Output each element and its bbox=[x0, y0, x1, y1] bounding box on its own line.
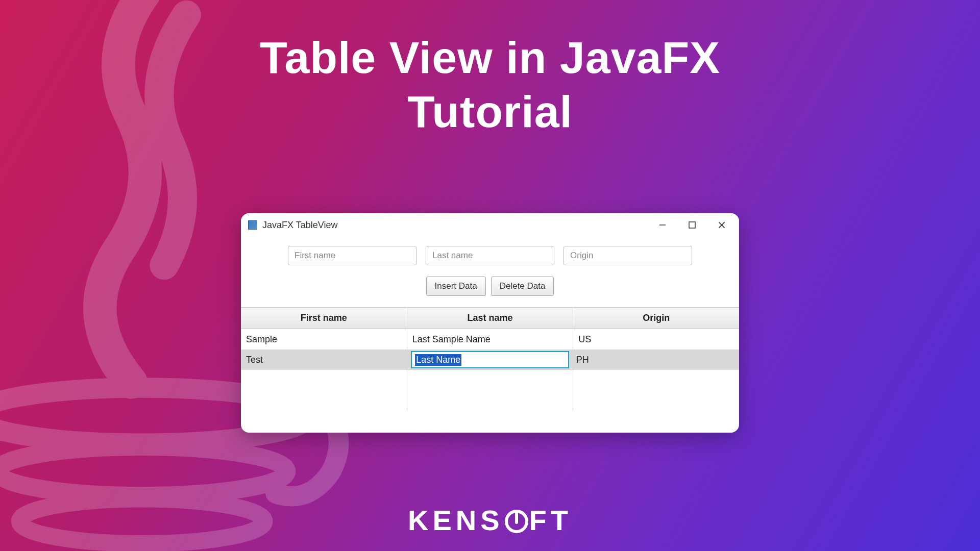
cell-origin[interactable]: PH bbox=[571, 349, 739, 370]
table-row-empty bbox=[241, 390, 739, 411]
first-name-input[interactable] bbox=[288, 246, 416, 265]
origin-input[interactable] bbox=[564, 246, 692, 265]
delete-data-button[interactable]: Delete Data bbox=[491, 277, 554, 296]
svg-point-1 bbox=[0, 447, 287, 496]
cell-last-name-editing[interactable]: Last Name bbox=[409, 349, 571, 370]
cell-last-name[interactable]: Last Sample Name bbox=[407, 329, 574, 349]
column-header-origin[interactable]: Origin bbox=[573, 308, 739, 329]
page-title: Table View in JavaFX Tutorial bbox=[0, 31, 980, 138]
svg-rect-4 bbox=[689, 222, 695, 228]
insert-data-button[interactable]: Insert Data bbox=[426, 277, 486, 296]
cell-editor-value: Last Name bbox=[415, 354, 461, 366]
table-row-empty bbox=[241, 370, 739, 390]
table-body: Sample Last Sample Name US Test Last Nam… bbox=[241, 329, 739, 411]
minimize-button[interactable] bbox=[657, 220, 668, 230]
window-title: JavaFX TableView bbox=[262, 220, 657, 231]
cell-origin[interactable]: US bbox=[573, 329, 739, 349]
column-header-last-name[interactable]: Last name bbox=[407, 308, 574, 329]
application-window: JavaFX TableView Insert Data Delete Data… bbox=[241, 213, 739, 433]
table-view[interactable]: First name Last name Origin Sample Last … bbox=[241, 307, 739, 411]
last-name-input[interactable] bbox=[426, 246, 554, 265]
table-row[interactable]: Sample Last Sample Name US bbox=[241, 329, 739, 349]
title-bar: JavaFX TableView bbox=[241, 213, 739, 237]
app-icon bbox=[248, 220, 257, 230]
maximize-button[interactable] bbox=[687, 220, 697, 230]
input-row bbox=[241, 237, 739, 270]
cell-editor[interactable]: Last Name bbox=[411, 351, 569, 368]
button-row: Insert Data Delete Data bbox=[241, 270, 739, 307]
table-header: First name Last name Origin bbox=[241, 307, 739, 329]
close-button[interactable] bbox=[717, 220, 727, 230]
table-row[interactable]: Test Last Name PH bbox=[241, 349, 739, 370]
column-header-first-name[interactable]: First name bbox=[241, 308, 407, 329]
cell-first-name[interactable]: Sample bbox=[241, 329, 407, 349]
cell-first-name[interactable]: Test bbox=[241, 349, 409, 370]
brand-logo: KENSFT bbox=[0, 504, 980, 537]
